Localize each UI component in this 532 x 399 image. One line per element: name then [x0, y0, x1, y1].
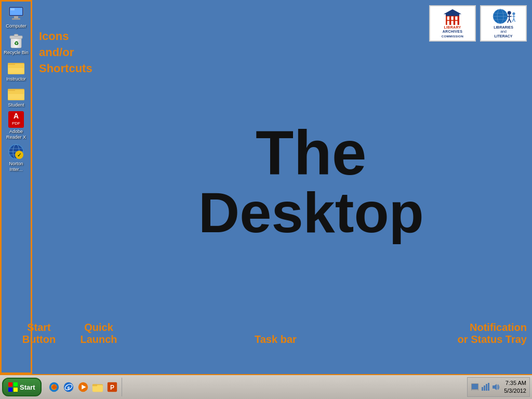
start-button-label: Start Button: [10, 322, 68, 345]
start-button-text: Start: [20, 383, 35, 391]
svg-text:♻: ♻: [14, 41, 19, 46]
firefox-icon[interactable]: [48, 381, 60, 393]
svg-rect-66: [92, 385, 103, 392]
libraries-literacy-logo: LIBRARIES and LITERACY: [480, 5, 527, 42]
svg-marker-77: [493, 384, 497, 390]
svg-rect-14: [8, 65, 24, 68]
quick-launch-label: Quick Launch: [73, 322, 125, 345]
taskbar: Start e: [0, 374, 532, 399]
svg-rect-3: [14, 16, 18, 18]
taskbar-middle: [122, 375, 464, 399]
start-button[interactable]: Start: [2, 378, 42, 396]
clock-time: 7:35 AM: [504, 379, 526, 387]
svg-rect-8: [14, 34, 18, 36]
norton-icon-label: Norton Inter...: [2, 161, 30, 172]
svg-rect-55: [14, 382, 18, 387]
svg-rect-19: [8, 91, 24, 94]
svg-rect-75: [486, 384, 487, 391]
title-the: The: [198, 122, 424, 184]
svg-rect-57: [14, 388, 18, 392]
windows-logo-icon: [8, 382, 18, 392]
show-desktop-tray-icon[interactable]: [471, 383, 479, 391]
svg-text:e: e: [67, 385, 70, 390]
svg-line-47: [507, 19, 509, 23]
student-folder-image: [8, 85, 24, 101]
instructor-folder-image: [8, 59, 24, 75]
adobe-icon-label: Adobe Reader X: [2, 129, 30, 140]
main-title: The Desktop: [198, 122, 424, 241]
notification-label: Notification or Status Tray: [458, 322, 527, 345]
svg-rect-35: [451, 21, 453, 25]
svg-rect-34: [447, 21, 449, 25]
volume-tray-icon[interactable]: [491, 383, 500, 391]
svg-rect-72: [472, 390, 478, 391]
powerpoint-icon[interactable]: P: [106, 381, 118, 393]
svg-rect-74: [484, 385, 485, 391]
svg-rect-33: [455, 17, 457, 20]
svg-rect-36: [455, 21, 457, 25]
ie-icon[interactable]: e: [62, 381, 75, 393]
student-icon-label: Student: [8, 102, 24, 108]
icons-shortcuts-label: Icons and/or Shortcuts: [39, 29, 92, 76]
title-desktop: Desktop: [198, 184, 424, 241]
computer-icon[interactable]: Computer: [2, 6, 30, 29]
adobe-reader-image: A PDF: [8, 111, 24, 128]
svg-line-53: [513, 19, 515, 22]
norton-image: ✓: [8, 143, 24, 160]
svg-text:P: P: [110, 384, 114, 391]
svg-text:A: A: [14, 112, 19, 120]
instructor-folder-icon[interactable]: Instructor: [2, 59, 30, 82]
svg-point-44: [507, 11, 511, 15]
norton-icon[interactable]: ✓ Norton Inter...: [2, 143, 30, 172]
svg-rect-2: [10, 8, 15, 10]
taskbar-label: Task bar: [255, 334, 297, 345]
student-folder-icon[interactable]: Student: [2, 85, 30, 108]
recycle-bin-label: Recycle Bin: [4, 50, 29, 56]
recycle-bin-icon[interactable]: ♻ Recycle Bin: [2, 32, 30, 56]
computer-icon-image: [8, 6, 24, 22]
svg-line-48: [509, 19, 511, 23]
adobe-reader-icon[interactable]: A PDF Adobe Reader X: [2, 111, 30, 140]
building-icon: [442, 8, 463, 25]
svg-rect-71: [472, 384, 478, 389]
svg-rect-56: [8, 388, 12, 392]
svg-text:✓: ✓: [17, 152, 21, 158]
clock-date: 5/3/2012: [504, 387, 526, 395]
computer-icon-label: Computer: [6, 23, 26, 29]
svg-rect-54: [8, 382, 12, 387]
svg-point-49: [512, 12, 515, 15]
folder-quick-icon[interactable]: [91, 381, 104, 393]
svg-text:PDF: PDF: [12, 121, 20, 126]
svg-marker-38: [444, 9, 462, 15]
svg-rect-73: [482, 387, 483, 391]
svg-rect-76: [488, 383, 489, 391]
library-archives-text: LIBRARY ARCHIVES COMMISSION: [442, 25, 463, 38]
logos-container: LIBRARY ARCHIVES COMMISSION: [429, 5, 527, 42]
sidebar: Computer ♻: [0, 0, 32, 374]
media-player-icon[interactable]: [77, 381, 89, 393]
system-tray: 7:35 AM 5/3/2012: [467, 377, 530, 397]
libraries-literacy-text: LIBRARIES and LITERACY: [494, 25, 513, 38]
svg-rect-31: [447, 17, 449, 20]
library-archives-logo: LIBRARY ARCHIVES COMMISSION: [429, 5, 476, 42]
svg-line-52: [512, 19, 514, 22]
quick-launch-bar: e P: [45, 378, 122, 396]
instructor-icon-label: Instructor: [6, 76, 26, 82]
network-tray-icon[interactable]: [481, 383, 489, 391]
recycle-bin-image: ♻: [8, 32, 24, 49]
svg-rect-32: [451, 17, 453, 20]
clock-display[interactable]: 7:35 AM 5/3/2012: [504, 379, 526, 395]
svg-rect-67: [92, 384, 97, 387]
svg-rect-4: [12, 18, 20, 20]
desktop: Computer ♻: [0, 0, 532, 374]
libraries-literacy-icon: [489, 8, 518, 25]
bottom-labels: Start Button Quick Launch Task bar Notif…: [0, 322, 532, 345]
